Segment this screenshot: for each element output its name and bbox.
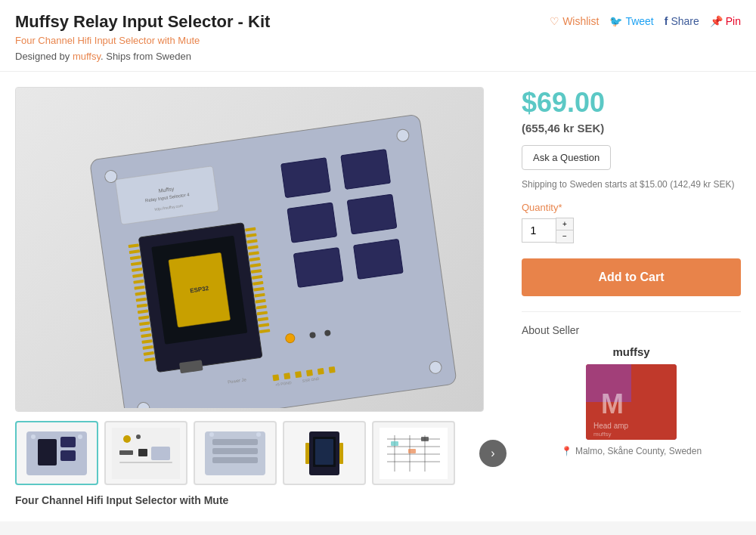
thumb4-svg <box>290 428 358 479</box>
tweet-icon: 🐦 <box>609 15 622 27</box>
product-price: $69.00 <box>522 87 741 119</box>
product-info: $69.00 (655,46 kr SEK) Ask a Question Sh… <box>507 87 741 506</box>
svg-rect-71 <box>38 439 57 465</box>
thumb1-svg <box>23 428 91 479</box>
svg-rect-73 <box>60 450 76 461</box>
pin-icon: 📌 <box>710 15 723 27</box>
svg-text:muffsy: muffsy <box>593 431 611 438</box>
svg-point-75 <box>78 434 82 439</box>
wishlist-icon: ♡ <box>550 15 559 27</box>
svg-rect-102 <box>391 441 398 446</box>
share-label: Share <box>671 15 699 27</box>
main-image: Muffsy Relay Input Selector 4 http://muf… <box>15 87 484 412</box>
quantity-decrement-button[interactable]: − <box>556 230 573 243</box>
seller-location-text: Malmo, Skåne County, Sweden <box>575 446 702 456</box>
pcb-svg: Muffsy Relay Input Selector 4 http://muf… <box>38 91 461 408</box>
main-image-placeholder: Muffsy Relay Input Selector 4 http://muf… <box>16 88 483 411</box>
product-title: Muffsy Relay Input Selector - Kit <box>15 12 270 32</box>
shipping-info: Shipping to Sweden starts at $15.00 (142… <box>522 179 741 190</box>
svg-rect-63 <box>284 373 290 379</box>
svg-rect-93 <box>339 443 343 464</box>
add-to-cart-button[interactable]: Add to Cart <box>522 258 741 296</box>
thumbnail-2[interactable] <box>104 421 187 485</box>
thumb3-svg <box>201 428 269 479</box>
seller-location: 📍 Malmo, Skåne County, Sweden <box>561 446 702 456</box>
seller-link[interactable]: muffsy <box>73 51 101 62</box>
thumb2-svg <box>112 428 180 479</box>
svg-rect-82 <box>119 462 172 463</box>
product-header: Muffsy Relay Input Selector - Kit Four C… <box>0 0 756 72</box>
share-button[interactable]: f Share <box>665 15 699 27</box>
svg-rect-78 <box>138 449 147 456</box>
wishlist-button[interactable]: ♡ Wishlist <box>550 15 599 27</box>
designed-by-prefix: Designed by <box>15 51 73 62</box>
svg-rect-55 <box>347 194 397 234</box>
thumbnail-next-button[interactable]: › <box>479 440 507 467</box>
seller-avatar: M Head amp muffsy <box>586 364 677 440</box>
quantity-buttons: + − <box>556 218 574 243</box>
svg-rect-62 <box>272 374 279 381</box>
thumbnail-1[interactable] <box>15 421 98 485</box>
svg-rect-66 <box>318 368 324 375</box>
svg-text:M: M <box>601 388 624 419</box>
svg-rect-67 <box>329 366 336 373</box>
quantity-control: + − <box>522 218 741 243</box>
svg-rect-54 <box>287 203 337 243</box>
product-page: Muffsy Relay Input Selector - Kit Four C… <box>0 0 756 521</box>
svg-point-88 <box>256 432 261 437</box>
svg-rect-86 <box>212 457 258 463</box>
svg-rect-104 <box>421 437 429 441</box>
about-seller-title: About Seller <box>522 324 741 336</box>
svg-rect-91 <box>315 439 333 465</box>
product-subtitle: Four Channel Hifi Input Selector with Mu… <box>15 35 270 46</box>
quantity-label-text: Quantity <box>522 202 558 213</box>
quantity-increment-button[interactable]: + <box>556 218 573 230</box>
product-price-sek: (655,46 kr SEK) <box>522 122 741 135</box>
svg-rect-77 <box>119 450 133 455</box>
thumbnail-5[interactable] <box>372 421 455 485</box>
social-actions: ♡ Wishlist 🐦 Tweet f Share 📌 Pin <box>550 15 741 27</box>
product-images: Muffsy Relay Input Selector 4 http://muf… <box>15 87 507 506</box>
product-designed-by: Designed by muffsy. Ships from Sweden <box>15 51 270 62</box>
svg-rect-65 <box>306 370 313 376</box>
tweet-button[interactable]: 🐦 Tweet <box>609 15 653 27</box>
svg-rect-53 <box>341 150 391 190</box>
tweet-label: Tweet <box>625 15 653 27</box>
svg-rect-103 <box>408 449 416 453</box>
svg-rect-84 <box>212 439 258 445</box>
svg-text:Head amp: Head amp <box>593 422 629 430</box>
seller-info: muffsy M Head amp muffsy 📍 Malmo, Skåne … <box>522 345 741 456</box>
svg-rect-56 <box>293 248 343 288</box>
product-body: Muffsy Relay Input Selector 4 http://muf… <box>0 72 756 521</box>
ask-question-button[interactable]: Ask a Question <box>522 145 611 170</box>
section-divider <box>522 311 741 312</box>
svg-point-87 <box>209 432 214 437</box>
quantity-required-marker: * <box>558 202 562 213</box>
location-icon: 📍 <box>561 446 572 456</box>
svg-rect-52 <box>281 158 331 198</box>
pin-label: Pin <box>726 15 741 27</box>
facebook-icon: f <box>665 15 668 27</box>
ships-from: . Ships from Sweden <box>101 51 191 62</box>
thumbnail-3[interactable] <box>194 421 277 485</box>
seller-name: muffsy <box>612 345 649 358</box>
thumbnail-4[interactable] <box>283 421 366 485</box>
svg-point-80 <box>123 435 131 443</box>
next-icon: › <box>491 447 494 460</box>
svg-point-81 <box>136 434 141 439</box>
quantity-label: Quantity* <box>522 202 741 213</box>
wishlist-label: Wishlist <box>562 15 599 27</box>
pin-button[interactable]: 📌 Pin <box>710 15 741 27</box>
svg-rect-79 <box>151 447 170 460</box>
product-title-section: Muffsy Relay Input Selector - Kit Four C… <box>15 12 270 62</box>
svg-point-74 <box>31 434 36 439</box>
svg-rect-57 <box>354 239 404 279</box>
thumb5-svg <box>380 428 448 479</box>
quantity-input[interactable] <box>522 218 556 243</box>
svg-rect-64 <box>295 371 302 378</box>
seller-avatar-image: M Head amp muffsy <box>586 364 677 440</box>
svg-rect-85 <box>212 448 258 454</box>
product-caption: Four Channel Hifi Input Selector with Mu… <box>15 494 507 506</box>
svg-rect-72 <box>60 437 76 447</box>
svg-rect-92 <box>305 443 309 464</box>
